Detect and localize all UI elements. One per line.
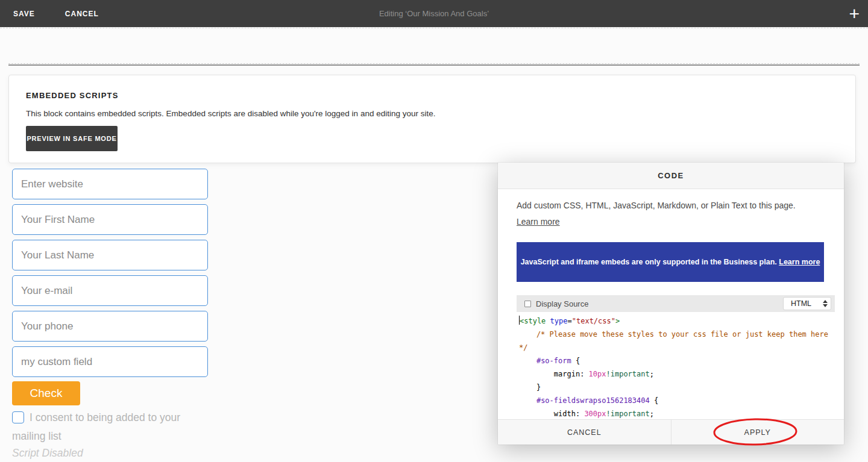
select-arrows-icon [823,300,828,307]
code-line: } [519,381,835,394]
banner-learn-more-link[interactable]: Learn more [779,258,820,266]
display-source-checkbox[interactable] [524,301,531,307]
website-input[interactable] [12,169,208,199]
display-source-bar: Display Source HTML [517,295,835,312]
code-line: */ [519,341,835,354]
code-dialog-header: CODE [498,163,844,189]
code-editor[interactable]: <style type="text/css"> /* Please move t… [517,312,835,419]
last-name-input[interactable] [12,240,208,270]
code-line: /* Please move these styles to your css … [519,328,835,341]
consent-checkbox[interactable] [12,411,24,423]
embedded-scripts-title: EMBEDDED SCRIPTS [26,91,119,100]
section-divider [8,64,860,66]
code-line: margin: 10px!important; [519,367,835,381]
cancel-button[interactable]: CANCEL [65,10,99,18]
code-dialog-title: CODE [658,171,684,180]
save-button[interactable]: SAVE [13,10,35,18]
code-line: width: 300px!important; [519,407,835,419]
business-plan-banner: JavaScript and iframe embeds are only su… [517,242,824,282]
consent-row: I consent to being added to your mailing… [12,408,200,446]
code-dialog-description: Add custom CSS, HTML, JavaScript, Markdo… [517,201,796,210]
editor-top-bar: SAVE CANCEL Editing ‘Our Mission And Goa… [0,0,868,27]
learn-more-link[interactable]: Learn more [517,217,560,226]
banner-text: JavaScript and iframe embeds are only su… [521,258,779,266]
code-dialog-footer: CANCEL APPLY [498,419,844,445]
email-input[interactable] [12,275,208,306]
custom-field-input[interactable] [12,346,208,377]
code-line: #so-fieldswrapso1562183404 { [519,394,835,407]
language-select-value: HTML [791,299,811,308]
phone-input[interactable] [12,311,208,342]
dialog-apply-button[interactable]: APPLY [671,420,844,445]
editing-title: Editing ‘Our Mission And Goals’ [0,9,868,18]
code-line: #so-form { [519,354,835,367]
check-button[interactable]: Check [12,381,80,405]
display-source-label: Display Source [536,299,588,308]
first-name-input[interactable] [12,204,208,235]
code-dialog: CODE Add custom CSS, HTML, JavaScript, M… [498,163,844,445]
consent-label: I consent to being added to your mailing… [12,411,180,442]
language-select[interactable]: HTML [783,297,831,310]
script-disabled-note: Script Disabled [12,447,83,460]
embedded-scripts-description: This block contains embedded scripts. Em… [26,109,435,118]
embedded-scripts-block: EMBEDDED SCRIPTS This block contains emb… [8,75,856,163]
preview-safe-mode-button[interactable]: PREVIEW IN SAFE MODE [26,126,118,151]
dialog-cancel-button[interactable]: CANCEL [498,420,671,445]
page-top-dashed-border [0,28,868,28]
add-block-icon[interactable]: + [849,2,860,25]
section-divider-dashed [8,63,860,64]
embedded-form [12,169,208,377]
code-line: <style type="text/css"> [519,314,835,328]
